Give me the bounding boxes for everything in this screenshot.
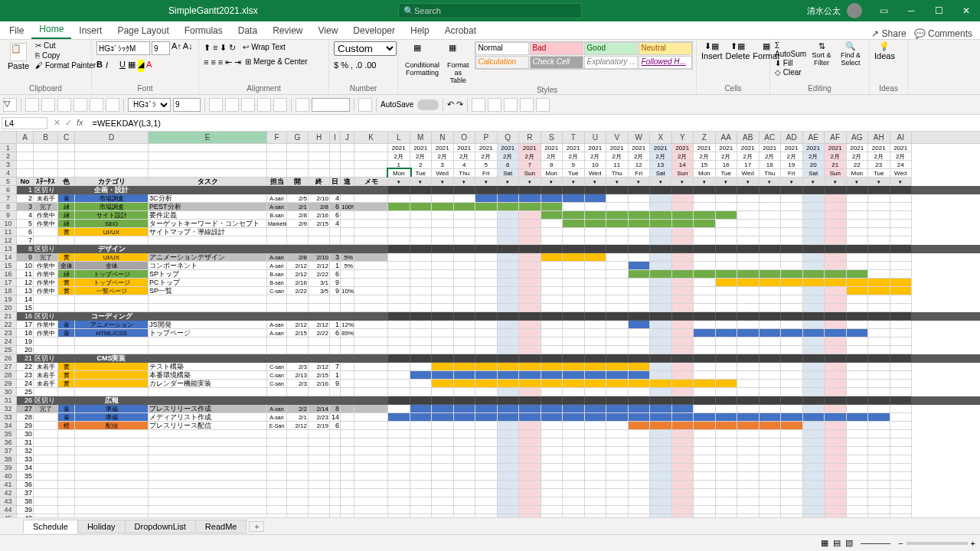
cell[interactable]: [58, 388, 75, 396]
col-header[interactable]: AD: [781, 132, 803, 143]
cell[interactable]: [868, 312, 890, 321]
cell[interactable]: [760, 489, 782, 497]
cell[interactable]: [75, 144, 149, 152]
cell[interactable]: [825, 295, 847, 304]
cell[interactable]: [650, 203, 672, 211]
cell[interactable]: C-san: [267, 363, 287, 371]
cell[interactable]: 28: [17, 413, 34, 422]
cell[interactable]: [760, 312, 782, 321]
cell[interactable]: [519, 447, 541, 455]
cell[interactable]: [585, 228, 607, 236]
tab-help[interactable]: Help: [403, 22, 437, 39]
cell[interactable]: [672, 203, 694, 211]
cell[interactable]: [287, 455, 309, 464]
cell[interactable]: [563, 481, 585, 489]
cell[interactable]: [585, 497, 607, 506]
cell[interactable]: [825, 203, 847, 211]
cell[interactable]: [410, 236, 433, 245]
cell[interactable]: [267, 169, 287, 178]
cell[interactable]: [760, 371, 782, 380]
cell[interactable]: 担当: [267, 178, 287, 186]
cell[interactable]: [868, 455, 890, 464]
cell[interactable]: カレンダー機能実装: [149, 380, 267, 388]
cell[interactable]: [354, 304, 388, 312]
cell[interactable]: [341, 506, 354, 514]
cell[interactable]: [650, 220, 672, 228]
cell[interactable]: [267, 481, 287, 489]
cell[interactable]: [410, 346, 433, 354]
cell[interactable]: [498, 464, 520, 472]
cell[interactable]: [519, 287, 541, 295]
cell[interactable]: [737, 203, 760, 211]
cell[interactable]: ｽﾃｰﾀｽ: [34, 178, 58, 186]
cell[interactable]: コーディング: [75, 312, 149, 321]
cell[interactable]: [672, 430, 694, 439]
cell[interactable]: [563, 380, 585, 388]
cell[interactable]: Mon: [847, 169, 869, 178]
cell[interactable]: [694, 422, 716, 430]
cell[interactable]: 2/8: [309, 203, 330, 211]
cell[interactable]: [309, 430, 330, 439]
cell[interactable]: [650, 506, 672, 514]
cell[interactable]: ▾: [475, 178, 498, 186]
cell[interactable]: 2/16: [309, 380, 330, 388]
cell[interactable]: 2021: [388, 144, 410, 152]
cell[interactable]: [519, 279, 541, 287]
cell[interactable]: 日: [330, 178, 341, 186]
cell[interactable]: [354, 422, 388, 430]
cell[interactable]: [825, 430, 847, 439]
cell[interactable]: [287, 388, 309, 396]
cell[interactable]: 2/19: [309, 422, 330, 430]
cell[interactable]: [825, 211, 847, 220]
cell[interactable]: [847, 472, 869, 481]
cell[interactable]: [803, 262, 825, 270]
cell[interactable]: 緑: [58, 220, 75, 228]
cell[interactable]: [17, 144, 34, 152]
cell[interactable]: [330, 186, 341, 194]
cell[interactable]: [694, 354, 716, 363]
cell[interactable]: [58, 497, 75, 506]
cell[interactable]: [760, 186, 782, 194]
cell[interactable]: [672, 236, 694, 245]
col-header[interactable]: Q: [498, 132, 520, 143]
cell[interactable]: [541, 447, 564, 455]
cell[interactable]: [606, 439, 629, 447]
cell[interactable]: [672, 287, 694, 295]
cell[interactable]: [672, 220, 694, 228]
cell[interactable]: [716, 388, 738, 396]
cell[interactable]: [475, 506, 498, 514]
cell[interactable]: [287, 152, 309, 161]
cell[interactable]: [737, 481, 760, 489]
cell[interactable]: [519, 220, 541, 228]
cell[interactable]: 8: [541, 161, 564, 169]
cell[interactable]: 2021: [868, 144, 890, 152]
cell[interactable]: 完了: [34, 405, 58, 413]
cell[interactable]: [330, 245, 341, 253]
cell[interactable]: [868, 253, 890, 262]
cell[interactable]: 23: [868, 161, 890, 169]
cell[interactable]: ▾: [672, 178, 694, 186]
cell[interactable]: [58, 481, 75, 489]
cell[interactable]: [388, 304, 410, 312]
cell[interactable]: [341, 363, 354, 371]
cell[interactable]: [781, 295, 803, 304]
cell[interactable]: [606, 346, 629, 354]
cell[interactable]: [541, 211, 564, 220]
cell[interactable]: [563, 396, 585, 405]
cell[interactable]: 2021: [650, 144, 672, 152]
cell[interactable]: [354, 312, 388, 321]
cell[interactable]: [454, 194, 476, 203]
align-center-icon[interactable]: ≡: [211, 57, 215, 67]
cell[interactable]: [432, 497, 454, 506]
cell[interactable]: [760, 304, 782, 312]
cell[interactable]: [410, 455, 433, 464]
cell[interactable]: 14: [330, 413, 341, 422]
cell[interactable]: [498, 312, 520, 321]
cell[interactable]: [454, 329, 476, 337]
cell[interactable]: [585, 363, 607, 371]
cell[interactable]: [498, 321, 520, 329]
cell[interactable]: [868, 481, 890, 489]
cell[interactable]: [475, 203, 498, 211]
cell[interactable]: [541, 506, 564, 514]
cell[interactable]: [454, 388, 476, 396]
